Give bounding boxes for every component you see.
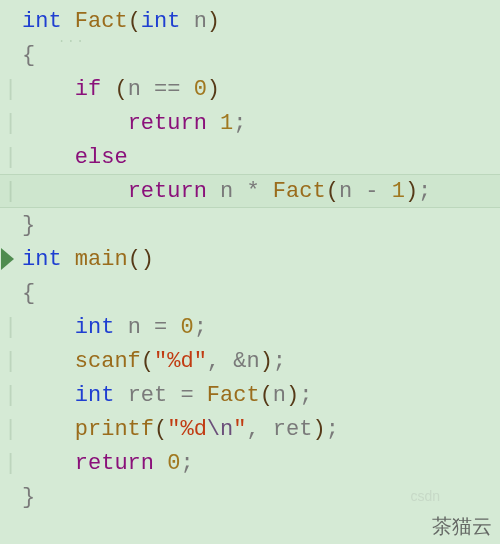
code-line-highlighted: | return n * Fact(n - 1); <box>0 174 500 208</box>
number: 0 <box>194 77 207 102</box>
code-line: | else <box>0 140 500 174</box>
space <box>207 111 220 136</box>
space <box>167 315 180 340</box>
gutter: | <box>4 315 22 340</box>
operator-minus: - <box>365 179 378 204</box>
keyword: int <box>75 383 115 408</box>
identifier: n <box>128 77 141 102</box>
number: 0 <box>180 315 193 340</box>
identifier: n <box>339 179 352 204</box>
gutter: | <box>4 383 22 408</box>
function: printf <box>75 417 154 442</box>
string: "%d" <box>154 349 207 374</box>
number: 1 <box>220 111 233 136</box>
comma: , <box>246 417 259 442</box>
indent <box>22 111 128 136</box>
keyword: int <box>22 247 62 272</box>
string-body: %d <box>180 417 206 442</box>
space <box>220 349 233 374</box>
code-line: | return 1; <box>0 106 500 140</box>
gutter: | <box>4 145 22 170</box>
paren-open: ( <box>141 349 154 374</box>
paren-close: ) <box>260 349 273 374</box>
keyword-return: return <box>128 179 207 204</box>
space <box>62 9 75 34</box>
indent <box>22 383 75 408</box>
gutter: | <box>4 111 22 136</box>
paren-close: ) <box>286 383 299 408</box>
semicolon: ; <box>194 315 207 340</box>
code-line: int main() <box>0 242 500 276</box>
operator-star: * <box>246 179 259 204</box>
space <box>194 383 207 408</box>
paren-close: ) <box>207 9 220 34</box>
code-line: | return 0; <box>0 446 500 480</box>
space <box>260 179 273 204</box>
code-line: | int n = 0; <box>0 310 500 344</box>
identifier: ret <box>273 417 313 442</box>
code-line: { <box>0 276 500 310</box>
space <box>167 383 180 408</box>
operator-eq: = <box>180 383 193 408</box>
space <box>233 179 246 204</box>
function: main <box>75 247 128 272</box>
code-line: | int ret = Fact(n); <box>0 378 500 412</box>
code-editor: ... int Fact(int n) { | if (n == 0) | re… <box>0 0 500 544</box>
paren-close: ) <box>312 417 325 442</box>
semicolon: ; <box>180 451 193 476</box>
semicolon: ; <box>233 111 246 136</box>
space <box>62 247 75 272</box>
function: scanf <box>75 349 141 374</box>
space <box>141 315 154 340</box>
semicolon: ; <box>418 179 431 204</box>
brace-open: { <box>22 281 35 306</box>
gutter: | <box>4 179 22 204</box>
space <box>207 179 220 204</box>
identifier: n <box>246 349 259 374</box>
gutter: | <box>4 451 22 476</box>
indent <box>22 417 75 442</box>
paren-open: ( <box>154 417 167 442</box>
identifier: n <box>128 315 141 340</box>
identifier: n <box>194 9 207 34</box>
code-line: int Fact(int n) <box>0 0 500 38</box>
number: 0 <box>167 451 180 476</box>
semicolon: ; <box>326 417 339 442</box>
string-quote: " <box>233 417 246 442</box>
brace-close: } <box>22 485 35 510</box>
code-line: } <box>0 480 500 514</box>
string-quote: " <box>167 417 180 442</box>
indent <box>22 179 128 204</box>
keyword-if: if <box>75 77 101 102</box>
escape-seq: \n <box>207 417 233 442</box>
space <box>114 383 127 408</box>
code-line: { <box>0 38 500 72</box>
paren-open: ( <box>114 77 127 102</box>
code-line: | if (n == 0) <box>0 72 500 106</box>
keyword: int <box>75 315 115 340</box>
paren-close: ) <box>141 247 154 272</box>
indent <box>22 451 75 476</box>
paren-open: ( <box>260 383 273 408</box>
identifier: n <box>273 383 286 408</box>
brace-close: } <box>22 213 35 238</box>
paren-close: ) <box>405 179 418 204</box>
space <box>180 77 193 102</box>
function: Fact <box>207 383 260 408</box>
paren-close: ) <box>207 77 220 102</box>
keyword-else: else <box>75 145 128 170</box>
paren-open: ( <box>128 9 141 34</box>
paren-open: ( <box>326 179 339 204</box>
keyword-return: return <box>128 111 207 136</box>
keyword-return: return <box>75 451 154 476</box>
operator: == <box>154 77 180 102</box>
function: Fact <box>273 179 326 204</box>
gutter: | <box>4 349 22 374</box>
keyword: int <box>141 9 181 34</box>
indent <box>22 77 75 102</box>
paren-open: ( <box>128 247 141 272</box>
space <box>378 179 391 204</box>
code-line: | printf("%d\n", ret); <box>0 412 500 446</box>
space <box>114 315 127 340</box>
indent <box>22 349 75 374</box>
